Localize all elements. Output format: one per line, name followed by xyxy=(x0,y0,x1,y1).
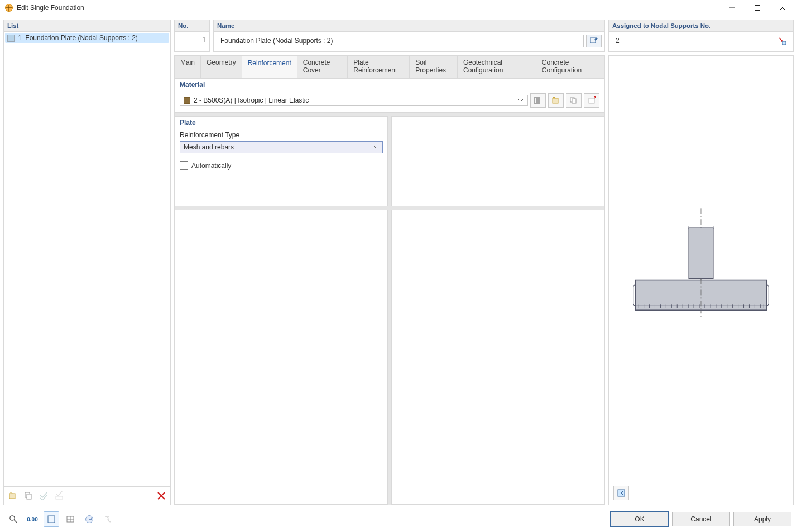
tab-geotechnical-configuration[interactable]: Geotechnical Configuration xyxy=(458,56,536,78)
footer-dimensions-button[interactable] xyxy=(63,511,78,527)
svg-rect-5 xyxy=(56,496,63,499)
footer-units-button[interactable]: 0.00 xyxy=(25,511,40,527)
reinforcement-type-value: Mesh and rebars xyxy=(184,143,234,151)
left-list-header: List xyxy=(4,20,170,32)
ok-button[interactable]: OK xyxy=(611,512,669,526)
material-group: Material 2 - B500S(A) | Isotropic | Line… xyxy=(175,78,604,113)
tab-concrete-cover[interactable]: Concrete Cover xyxy=(297,56,348,78)
assigned-supports-panel: Assigned to Nodal Supports No. 2 xyxy=(608,20,794,52)
maximize-button[interactable] xyxy=(745,0,770,16)
preview-pane xyxy=(608,55,794,505)
svg-point-15 xyxy=(10,516,15,520)
svg-rect-2 xyxy=(9,494,15,499)
plate-group-right xyxy=(391,116,604,206)
tab-concrete-configuration[interactable]: Concrete Configuration xyxy=(536,56,604,78)
material-swatch xyxy=(184,97,190,104)
dialog-footer: 0.00 f OK Cancel Apply xyxy=(3,509,794,529)
svg-rect-16 xyxy=(48,516,55,523)
footer-script-button[interactable]: f xyxy=(100,511,116,527)
two-col-top: Plate Reinforcement Type Mesh and rebars xyxy=(175,116,604,206)
edit-name-button[interactable] xyxy=(586,35,602,47)
left-panel: List 1 Foundation Plate (Nodal Supports … xyxy=(3,20,171,505)
middle-column: No. 1 Name Foundation Plate (Nodal Suppo… xyxy=(174,20,605,505)
name-input[interactable]: Foundation Plate (Nodal Supports : 2) xyxy=(217,35,584,47)
footer-search-button[interactable] xyxy=(6,511,21,527)
svg-rect-11 xyxy=(782,41,786,45)
chevron-down-icon xyxy=(373,144,379,150)
list-item-num: 1 xyxy=(18,34,22,42)
apply-button[interactable]: Apply xyxy=(733,512,791,526)
tab-geometry[interactable]: Geometry xyxy=(201,56,242,78)
plate-group: Plate Reinforcement Type Mesh and rebars xyxy=(175,116,388,206)
mid-top-row: No. 1 Name Foundation Plate (Nodal Suppo… xyxy=(174,20,605,52)
name-panel: Name Foundation Plate (Nodal Supports : … xyxy=(213,20,605,52)
dialog-body: List 1 Foundation Plate (Nodal Supports … xyxy=(0,16,797,532)
checkbox-icon xyxy=(180,161,188,170)
assigned-supports-input[interactable]: 2 xyxy=(612,35,772,47)
svg-rect-7 xyxy=(553,98,558,103)
no-panel: No. 1 xyxy=(174,20,210,52)
material-copy-button[interactable] xyxy=(566,93,582,108)
left-panel-toolbar xyxy=(4,486,170,505)
footer-help-button[interactable] xyxy=(81,511,97,527)
svg-rect-9 xyxy=(572,99,576,103)
right-column: Assigned to Nodal Supports No. 2 xyxy=(608,20,794,505)
svg-rect-12 xyxy=(689,228,713,278)
reinforcement-type-label: Reinforcement Type xyxy=(180,131,383,139)
lower-pane-right xyxy=(391,210,604,505)
material-combo[interactable]: 2 - B500S(A) | Isotropic | Linear Elasti… xyxy=(180,95,528,106)
no-header: No. xyxy=(175,20,209,32)
material-value: 2 - B500S(A) | Isotropic | Linear Elasti… xyxy=(194,96,516,104)
title-bar: Edit Single Foundation xyxy=(0,0,797,16)
svg-rect-1 xyxy=(755,6,760,11)
assigned-header: Assigned to Nodal Supports No. xyxy=(609,20,793,32)
tab-reinforcement[interactable]: Reinforcement xyxy=(242,56,297,78)
window-controls xyxy=(719,0,795,16)
automatically-label: Automatically xyxy=(191,162,231,170)
name-header: Name xyxy=(214,20,604,32)
svg-text:f: f xyxy=(107,516,109,521)
svg-rect-10 xyxy=(589,98,594,103)
app-icon xyxy=(4,3,13,12)
foundation-list[interactable]: 1 Foundation Plate (Nodal Supports : 2) xyxy=(4,32,170,486)
list-item-label: Foundation Plate (Nodal Supports : 2) xyxy=(25,34,137,42)
preview-settings-button[interactable] xyxy=(613,486,629,500)
no-value: 1 xyxy=(177,35,206,46)
footer-display-button[interactable] xyxy=(44,511,59,527)
list-item[interactable]: 1 Foundation Plate (Nodal Supports : 2) xyxy=(5,33,169,43)
material-header: Material xyxy=(175,79,604,90)
close-button[interactable] xyxy=(770,0,795,16)
foundation-preview-drawing xyxy=(609,56,793,461)
check-all-button[interactable] xyxy=(37,489,51,503)
tab-soil-properties[interactable]: Soil Properties xyxy=(410,56,458,78)
new-item-button[interactable] xyxy=(6,489,20,503)
uncheck-all-button[interactable] xyxy=(52,489,67,503)
material-delete-button[interactable] xyxy=(584,93,599,108)
svg-rect-4 xyxy=(27,494,31,499)
window-title: Edit Single Foundation xyxy=(17,4,719,12)
tab-content: Material 2 - B500S(A) | Isotropic | Line… xyxy=(174,78,605,505)
minimize-button[interactable] xyxy=(719,0,745,16)
work-area: List 1 Foundation Plate (Nodal Supports … xyxy=(3,20,794,505)
delete-item-button[interactable] xyxy=(154,489,169,503)
chevron-down-icon xyxy=(516,98,525,103)
cancel-button[interactable]: Cancel xyxy=(672,512,730,526)
reinforcement-type-select[interactable]: Mesh and rebars xyxy=(180,141,383,153)
plate-header: Plate xyxy=(175,117,387,128)
tab-main[interactable]: Main xyxy=(175,56,201,78)
pick-supports-button[interactable] xyxy=(775,35,790,47)
tab-strip: Main Geometry Reinforcement Concrete Cov… xyxy=(174,55,605,78)
copy-item-button[interactable] xyxy=(21,489,36,503)
svg-rect-6 xyxy=(590,38,596,43)
automatically-checkbox[interactable]: Automatically xyxy=(180,161,383,170)
list-item-swatch xyxy=(7,35,15,42)
lower-pane-left xyxy=(175,210,388,505)
tab-plate-reinforcement[interactable]: Plate Reinforcement xyxy=(348,56,410,78)
material-library-button[interactable] xyxy=(530,93,546,108)
two-col-bottom xyxy=(175,210,604,505)
material-new-button[interactable] xyxy=(548,93,564,108)
